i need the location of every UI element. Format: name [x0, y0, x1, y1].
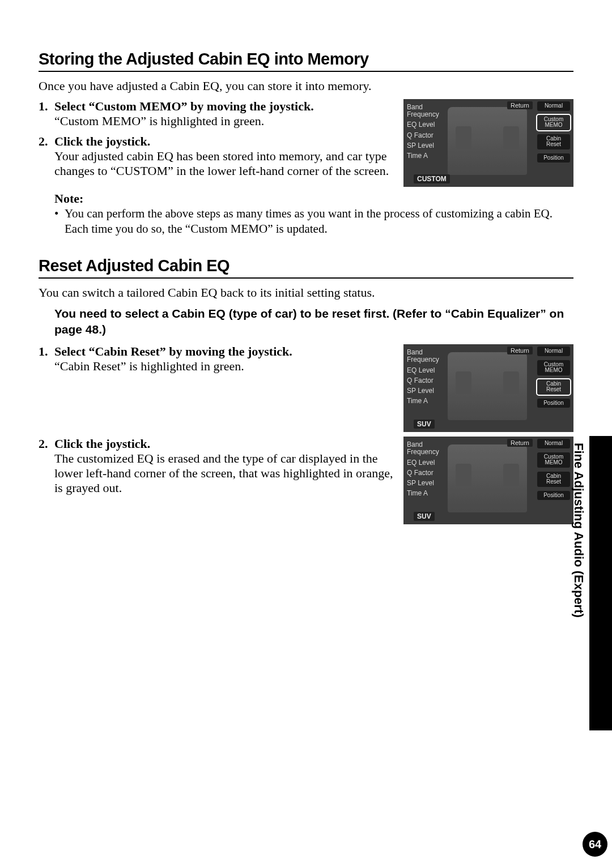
screen-menu-button: Normal — [537, 347, 570, 356]
step-heading: Select “Cabin Reset” by moving the joyst… — [54, 344, 396, 359]
screen-param-label: SP Level — [407, 480, 439, 487]
side-tab-label: Fine Adjusting Audio (Expert) — [571, 443, 586, 618]
intro-text: Once you have adjusted a Cabin EQ, you c… — [39, 79, 573, 93]
step-description: “Cabin Reset” is highlighted in green. — [54, 359, 396, 374]
device-screenshot: Band FrequencyEQ LevelQ FactorSP LevelTi… — [403, 437, 573, 524]
screen-param-label: EQ Level — [407, 459, 439, 467]
screen-menu-button: Cabin Reset — [537, 134, 570, 149]
screen-menu-button: Normal — [537, 439, 570, 448]
step-description: “Custom MEMO” is highlighted in green. — [54, 114, 396, 129]
step-description: The customized EQ is erased and the type… — [54, 451, 396, 495]
screen-menu-button: Custom MEMO — [537, 360, 570, 375]
screen-menu-button: Cabin Reset — [537, 379, 570, 395]
step-number: 1. — [39, 99, 54, 129]
device-screenshot: Band FrequencyEQ LevelQ FactorSP LevelTi… — [403, 99, 573, 187]
section-heading-storing: Storing the Adjusted Cabin EQ into Memor… — [39, 50, 573, 72]
step-number: 1. — [39, 344, 54, 374]
step-heading: Click the joystick. — [54, 134, 396, 149]
screen-param-label: Time A — [407, 490, 439, 497]
screen-menu-button: Custom MEMO — [537, 452, 570, 468]
intro-text: You can switch a tailored Cabin EQ back … — [39, 285, 573, 300]
screen-menu-button: Position — [537, 399, 570, 408]
note-text: • You can perform the above steps as man… — [54, 206, 573, 237]
screen-param-label: SP Level — [407, 142, 439, 149]
step-number: 2. — [39, 437, 54, 495]
step-heading: Select “Custom MEMO” by moving the joyst… — [54, 99, 396, 114]
screen-param-label: Band Frequency — [407, 104, 439, 118]
screen-menu-button: Normal — [537, 101, 570, 111]
device-screenshot: Band FrequencyEQ LevelQ FactorSP LevelTi… — [403, 344, 573, 432]
screen-param-label: Q Factor — [407, 469, 439, 477]
screen-param-label: Band Frequency — [407, 441, 439, 456]
screen-param-label: SP Level — [407, 387, 439, 395]
screen-param-label: Time A — [407, 397, 439, 405]
step-heading: Click the joystick. — [54, 437, 396, 451]
screen-param-label: Q Factor — [407, 377, 439, 384]
section-heading-reset: Reset Adjusted Cabin EQ — [39, 256, 573, 279]
cross-reference: You need to select a Cabin EQ (type of c… — [54, 306, 573, 338]
step-number: 2. — [39, 134, 54, 178]
screen-menu-button: Position — [537, 491, 570, 501]
step-description: Your adjusted cabin EQ has been stored i… — [54, 149, 396, 178]
note-label: Note: — [54, 191, 573, 206]
screen-menu-button: Custom MEMO — [537, 115, 570, 130]
screen-param-label: Time A — [407, 152, 439, 160]
screen-param-label: Band Frequency — [407, 349, 439, 364]
page-number: 64 — [583, 832, 607, 857]
screen-menu-button: Position — [537, 153, 570, 163]
screen-menu-button: Cabin Reset — [537, 472, 570, 487]
screen-param-label: EQ Level — [407, 367, 439, 374]
side-tab-bar — [589, 436, 612, 730]
screen-param-label: EQ Level — [407, 121, 439, 129]
screen-param-label: Q Factor — [407, 132, 439, 139]
